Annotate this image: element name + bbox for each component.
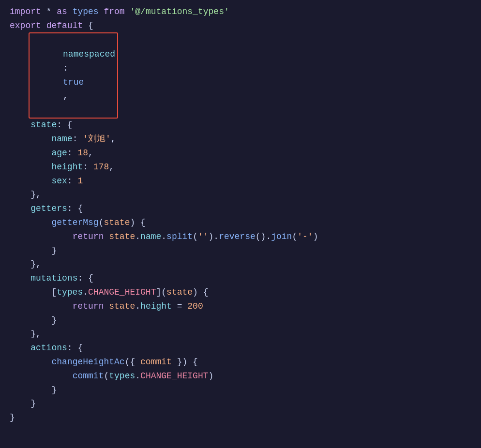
- prop-mutations: mutations: [30, 271, 77, 285]
- code-line: getterMsg ( state ) {: [0, 216, 481, 230]
- num-sex: 1: [77, 174, 83, 188]
- prop-getters: getters: [30, 202, 67, 216]
- prop-height: height: [51, 160, 83, 174]
- prop-state: state: [30, 118, 57, 132]
- state-ref: state: [109, 230, 135, 244]
- num-200: 200: [187, 299, 203, 314]
- types-identifier: types: [73, 5, 99, 19]
- code-line-highlighted: namespaced : true ,: [0, 33, 481, 119]
- code-line: return state . height = 200: [0, 299, 481, 314]
- code-line: name : '刘旭' ,: [0, 132, 481, 146]
- prop-sex: sex: [51, 174, 67, 188]
- code-line: return state . name . split ( '' ). reve…: [0, 230, 481, 244]
- func-changeHeightAc: changeHeightAc: [51, 355, 124, 369]
- code-line: }: [0, 411, 481, 425]
- code-line: },: [0, 327, 481, 341]
- func-getterMsg: getterMsg: [51, 216, 98, 230]
- prop-name-ref: name: [140, 230, 161, 244]
- prop-age: age: [51, 146, 67, 160]
- keyword-return2: return: [73, 299, 104, 314]
- prop-name: name: [51, 132, 72, 146]
- code-line: sex : 1: [0, 174, 481, 188]
- types-ref2: types: [109, 369, 135, 383]
- string-module: '@/mutations_types': [130, 5, 229, 19]
- str-empty: '': [198, 230, 209, 244]
- code-line: }: [0, 314, 481, 328]
- num-age: 18: [77, 146, 88, 160]
- prop-actions: actions: [30, 341, 67, 355]
- code-line: state : {: [0, 118, 481, 132]
- code-line: changeHeightAc ({ commit }) {: [0, 355, 481, 369]
- code-editor: import * as types from '@/mutations_type…: [0, 0, 481, 448]
- keyword-import: import: [10, 5, 41, 19]
- code-line: export default {: [0, 19, 481, 33]
- code-line: }: [0, 383, 481, 397]
- code-line: },: [0, 257, 481, 271]
- code-line: mutations : {: [0, 271, 481, 285]
- code-line: import * as types from '@/mutations_type…: [0, 5, 481, 19]
- code-line: height : 178 ,: [0, 160, 481, 174]
- method-split: split: [166, 230, 193, 244]
- param-state2: state: [166, 285, 193, 299]
- string-name: '刘旭': [83, 132, 111, 146]
- method-join: join: [271, 230, 292, 244]
- code-line: }: [0, 397, 481, 411]
- const-change-height2: CHANGE_HEIGHT: [140, 369, 208, 383]
- prop-height-ref: height: [140, 299, 172, 314]
- func-commit: commit: [73, 369, 104, 383]
- code-line: }: [0, 244, 481, 258]
- code-line: commit ( types . CHANGE_HEIGHT ): [0, 369, 481, 383]
- param-state: state: [104, 216, 130, 230]
- code-line: age : 18 ,: [0, 146, 481, 160]
- keyword-as: as: [57, 5, 67, 19]
- keyword-export: export: [10, 19, 41, 33]
- str-dash: '-': [297, 230, 313, 244]
- keyword-default: default: [46, 19, 83, 33]
- types-ref: types: [57, 285, 83, 299]
- state-ref2: state: [109, 299, 135, 314]
- param-commit: commit: [140, 355, 172, 369]
- const-change-height: CHANGE_HEIGHT: [88, 285, 156, 299]
- highlight-namespaced: namespaced : true ,: [29, 32, 118, 119]
- method-reverse: reverse: [219, 230, 256, 244]
- code-line: getters : {: [0, 202, 481, 216]
- code-line: },: [0, 188, 481, 202]
- keyword-return: return: [73, 230, 104, 244]
- keyword-from: from: [104, 5, 124, 19]
- code-line: actions : {: [0, 341, 481, 355]
- num-height: 178: [93, 160, 109, 174]
- code-line: [ types . CHANGE_HEIGHT ]( state ) {: [0, 285, 481, 299]
